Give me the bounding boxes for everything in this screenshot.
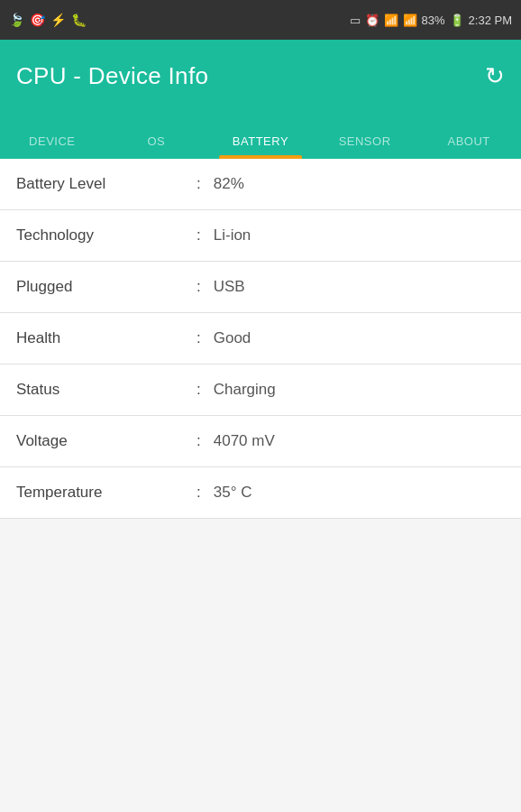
row-value: USB	[214, 278, 245, 296]
row-value: 35° C	[214, 484, 252, 502]
clock-icon: ⏰	[365, 14, 379, 27]
battery-percent: 83%	[422, 14, 445, 27]
status-bar-right: ▭ ⏰ 📶 📶 83% 🔋 2:32 PM	[350, 14, 512, 27]
row-value: Charging	[214, 381, 276, 399]
tab-os[interactable]: OS	[105, 125, 209, 159]
table-row: Plugged : USB	[0, 262, 521, 313]
row-value: 82%	[214, 175, 244, 193]
sim-icon: ▭	[350, 14, 361, 27]
table-row: Health : Good	[0, 313, 521, 364]
refresh-button[interactable]: ↻	[485, 62, 505, 90]
status-bar: 🍃 🎯 ⚡ 🐛 ▭ ⏰ 📶 📶 83% 🔋 2:32 PM	[0, 0, 521, 40]
row-value: Li-ion	[214, 226, 251, 245]
row-label: Status	[16, 381, 197, 399]
row-label: Technology	[16, 226, 197, 245]
table-row: Temperature : 35° C	[0, 467, 521, 519]
wifi-icon: 📶	[384, 14, 398, 27]
battery-info-table: Battery Level : 82% Technology : Li-ion …	[0, 159, 521, 519]
tab-device[interactable]: DEVICE	[0, 125, 105, 159]
content-area: Battery Level : 82% Technology : Li-ion …	[0, 159, 521, 812]
signal-icon: 📶	[403, 14, 417, 27]
row-sep: :	[197, 329, 201, 347]
row-label: Voltage	[16, 432, 197, 450]
row-sep: :	[197, 432, 201, 450]
row-sep: :	[197, 278, 201, 296]
row-label: Battery Level	[16, 175, 197, 193]
row-sep: :	[197, 484, 201, 502]
tab-battery[interactable]: BATTERY	[208, 125, 313, 159]
usb-icon: ⚡	[50, 13, 66, 27]
row-label: Health	[16, 329, 197, 347]
row-sep: :	[197, 175, 201, 193]
table-row: Status : Charging	[0, 364, 521, 416]
row-label: Plugged	[16, 278, 197, 296]
leaf-icon: 🍃	[9, 13, 24, 27]
row-value: Good	[214, 329, 251, 347]
table-row: Battery Level : 82%	[0, 159, 521, 210]
tab-bar: DEVICE OS BATTERY SENSOR ABOUT	[0, 112, 521, 159]
app-header: CPU - Device Info ↻	[0, 40, 521, 112]
status-bar-left: 🍃 🎯 ⚡ 🐛	[9, 13, 87, 27]
time-display: 2:32 PM	[469, 14, 512, 27]
row-sep: :	[197, 226, 201, 245]
table-row: Voltage : 4070 mV	[0, 416, 521, 467]
battery-icon: 🔋	[450, 14, 464, 27]
tab-sensor[interactable]: SENSOR	[313, 125, 417, 159]
row-sep: :	[197, 381, 201, 399]
table-row: Technology : Li-ion	[0, 210, 521, 262]
bug-icon: 🐛	[71, 13, 87, 27]
row-value: 4070 mV	[214, 432, 275, 450]
location-icon: 🎯	[30, 13, 45, 27]
row-label: Temperature	[16, 484, 197, 502]
app-title: CPU - Device Info	[16, 62, 208, 90]
tab-about[interactable]: ABOUT	[416, 125, 521, 159]
